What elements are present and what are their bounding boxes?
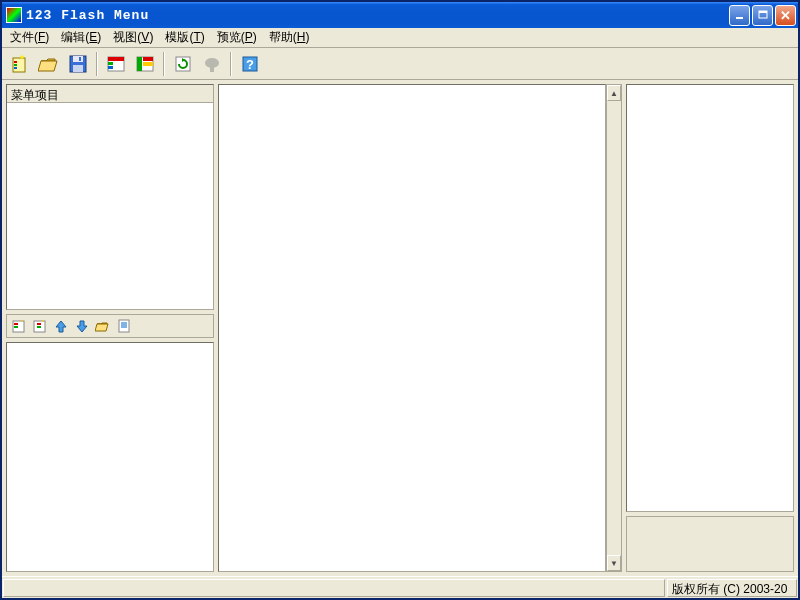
svg-rect-0 — [736, 17, 743, 19]
app-window: 123 Flash Menu ✕ 文件(F) 编辑(E) 视图(V) 模版(T)… — [0, 0, 800, 600]
template1-button[interactable] — [102, 50, 130, 78]
close-button[interactable]: ✕ — [775, 5, 796, 26]
window-title: 123 Flash Menu — [26, 8, 729, 23]
svg-rect-14 — [108, 66, 113, 69]
content-area: 菜单项目 ▲ ▼ — [2, 80, 798, 576]
svg-rect-8 — [73, 56, 83, 62]
left-column: 菜单项目 — [6, 84, 214, 572]
menu-help[interactable]: 帮助(H) — [263, 27, 316, 48]
menu-items-header: 菜单项目 — [7, 85, 213, 103]
status-copyright: 版权所有 (C) 2003-20 — [667, 579, 797, 597]
svg-rect-17 — [143, 57, 153, 61]
svg-text:?: ? — [246, 57, 254, 72]
toolbar-separator — [96, 52, 98, 76]
svg-rect-26 — [14, 326, 18, 328]
svg-rect-29 — [37, 326, 41, 328]
open-button[interactable] — [35, 50, 63, 78]
right-column — [626, 84, 794, 572]
window-controls: ✕ — [729, 5, 796, 26]
info-panel — [626, 516, 794, 572]
app-icon — [6, 7, 22, 23]
toolbar-separator — [163, 52, 165, 76]
statusbar: 版权所有 (C) 2003-20 — [2, 576, 798, 598]
svg-rect-10 — [79, 57, 81, 61]
add-item-button[interactable] — [9, 316, 29, 336]
svg-rect-30 — [119, 320, 129, 332]
properties-button[interactable] — [114, 316, 134, 336]
svg-rect-21 — [210, 67, 214, 72]
svg-rect-28 — [37, 323, 41, 325]
tree-toolbar — [6, 314, 214, 338]
svg-rect-25 — [14, 323, 18, 325]
refresh-button[interactable] — [169, 50, 197, 78]
menubar: 文件(F) 编辑(E) 视图(V) 模版(T) 预览(P) 帮助(H) — [2, 28, 798, 48]
svg-rect-12 — [108, 57, 124, 61]
template2-button[interactable] — [131, 50, 159, 78]
toolbar-separator — [230, 52, 232, 76]
preview-panel[interactable] — [626, 84, 794, 512]
menu-file[interactable]: 文件(F) — [4, 27, 55, 48]
svg-rect-2 — [759, 11, 767, 13]
vertical-scrollbar[interactable]: ▲ ▼ — [606, 84, 622, 572]
help-button[interactable]: ? — [236, 50, 264, 78]
main-toolbar: ? — [2, 48, 798, 80]
svg-rect-18 — [143, 62, 153, 66]
menu-items-tree[interactable] — [7, 103, 213, 309]
svg-rect-4 — [14, 61, 17, 63]
center-column: ▲ ▼ — [218, 84, 622, 572]
new-button[interactable] — [6, 50, 34, 78]
titlebar: 123 Flash Menu ✕ — [2, 2, 798, 28]
menu-items-panel: 菜单项目 — [6, 84, 214, 310]
svg-rect-6 — [14, 67, 17, 69]
menu-edit[interactable]: 编辑(E) — [55, 27, 107, 48]
canvas-area[interactable] — [218, 84, 606, 572]
menu-template[interactable]: 模版(T) — [159, 27, 210, 48]
add-subitem-button[interactable] — [30, 316, 50, 336]
save-button[interactable] — [64, 50, 92, 78]
svg-rect-16 — [137, 57, 142, 71]
maximize-button[interactable] — [752, 5, 773, 26]
svg-rect-5 — [14, 64, 17, 66]
scroll-up-button[interactable]: ▲ — [607, 85, 621, 101]
svg-rect-13 — [108, 62, 113, 65]
properties-panel[interactable] — [6, 342, 214, 572]
minimize-button[interactable] — [729, 5, 750, 26]
status-main — [3, 579, 665, 597]
svg-rect-9 — [73, 65, 83, 72]
preview-button — [198, 50, 226, 78]
svg-point-20 — [205, 58, 219, 68]
menu-preview[interactable]: 预览(P) — [211, 27, 263, 48]
move-up-button[interactable] — [51, 316, 71, 336]
menu-view[interactable]: 视图(V) — [107, 27, 159, 48]
import-button[interactable] — [93, 316, 113, 336]
move-down-button[interactable] — [72, 316, 92, 336]
scroll-down-button[interactable]: ▼ — [607, 555, 621, 571]
